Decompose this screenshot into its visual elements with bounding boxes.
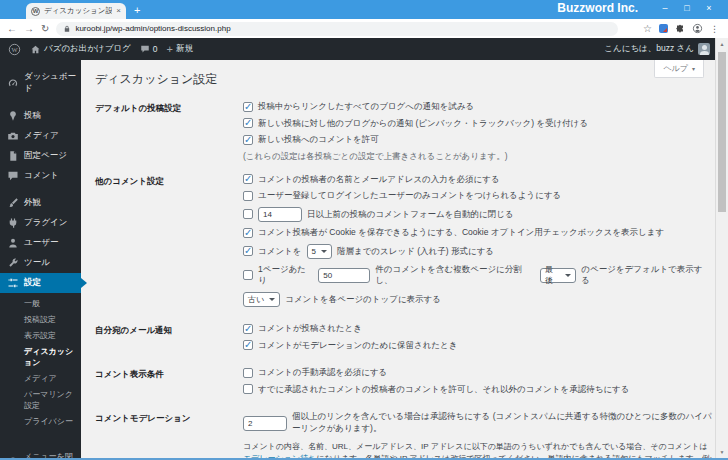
sidebar-item-tools[interactable]: ツール (0, 253, 81, 273)
option-notify-blogs: 投稿中からリンクしたすべてのブログへの通知を試みる (243, 101, 708, 112)
plug-icon (7, 217, 19, 229)
settings-submenu: 一般 投稿設定 表示設定 ディスカッション メディア パーマリンク設定 プライバ… (0, 293, 81, 433)
option-label: ユーザー登録してログインしたユーザーのみコメントをつけられるようにする (258, 190, 561, 201)
menu-dots-icon[interactable]: ⋮ (710, 24, 719, 34)
scrollbar-thumb[interactable] (718, 52, 726, 212)
checkbox[interactable] (243, 228, 253, 238)
submenu-item-discussion[interactable]: ディスカッション (0, 343, 81, 370)
scroll-down-icon[interactable]: ▼ (716, 446, 728, 458)
sidebar-item-label: ダッシュボード (24, 71, 77, 95)
checkbox[interactable] (243, 340, 253, 350)
wordpress-logo-icon[interactable]: W (8, 43, 21, 56)
sidebar-item-posts[interactable]: 投稿 (0, 106, 81, 126)
svg-text:W: W (11, 45, 18, 52)
extension-icon[interactable] (659, 24, 668, 33)
browser-tab[interactable]: W ディスカッション設定 ‹ バズのお出かけ × (26, 3, 126, 19)
sidebar-item-appearance[interactable]: 外観 (0, 193, 81, 213)
close-comments-days-input[interactable] (258, 207, 302, 222)
moderation-queue-link[interactable]: モデレーション待ち (243, 454, 316, 458)
submenu-item-writing[interactable]: 投稿設定 (0, 311, 81, 327)
comment-bubble-icon (140, 44, 150, 54)
lock-icon (63, 25, 71, 33)
option-label: 件のコメントを含む複数ページに分割し、 (375, 264, 535, 286)
scroll-up-icon[interactable]: ▲ (716, 38, 728, 50)
option-label: のページをデフォルトで表示する (581, 264, 708, 286)
option-label: 投稿中からリンクしたすべてのブログへの通知を試みる (258, 101, 474, 112)
maximize-button[interactable]: □ (676, 0, 698, 17)
address-bar[interactable]: kuroobi.jp/wp-admin/options-discussion.p… (56, 22, 618, 36)
admin-bar-account[interactable]: こんにちは、buzz さん (604, 43, 710, 55)
section-email-me: 自分宛のメール通知 コメントが投稿されたとき コメントがモデレーションのために保… (95, 323, 708, 356)
profile-icon[interactable] (692, 23, 703, 34)
sidebar-item-users[interactable]: ユーザー (0, 233, 81, 253)
tab-close-icon[interactable]: × (116, 7, 121, 15)
thread-depth-select[interactable]: 5 (307, 244, 332, 259)
checkbox[interactable] (243, 191, 253, 201)
wp-admin-bar: W バズのお出かけブログ 0 + 新規 こんにちは、buzz さん (0, 38, 728, 60)
document-icon (7, 150, 19, 162)
admin-bar-site-link[interactable]: バズのお出かけブログ (30, 43, 131, 55)
comments-per-page-input[interactable] (318, 268, 370, 283)
forward-icon[interactable]: → (24, 24, 34, 34)
checkbox[interactable] (243, 174, 253, 184)
checkbox[interactable] (243, 135, 253, 145)
bookmark-star-icon[interactable]: ☆ (643, 23, 652, 34)
checkbox[interactable] (243, 368, 253, 378)
option-label: コメントの投稿者の名前とメールアドレスの入力を必須にする (258, 174, 500, 185)
moderation-description: コメントの内容、名前、URL、メールアドレス、IP アドレスに以下の単語のうちい… (243, 441, 713, 458)
submenu-item-media[interactable]: メディア (0, 370, 81, 386)
checkbox[interactable] (243, 270, 253, 280)
new-tab-button[interactable]: + (134, 3, 140, 17)
sidebar-item-comments[interactable]: コメント (0, 166, 81, 186)
option-label: 個以上のリンクを含んでいる場合は承認待ちにする (コメントスパムに共通する特徴の… (292, 411, 713, 435)
sidebar-item-dashboard[interactable]: ダッシュボード (0, 67, 81, 99)
sidebar-item-label: 外観 (24, 197, 41, 209)
admin-bar-new[interactable]: + 新規 (167, 43, 193, 55)
collapse-menu-button[interactable]: メニューを閉じる (0, 447, 81, 460)
comment-order-select[interactable]: 古い (243, 292, 280, 307)
checkbox[interactable] (243, 209, 253, 219)
section-label: 自分宛のメール通知 (95, 323, 243, 356)
sidebar-item-settings[interactable]: 設定 (0, 273, 81, 293)
page-scrollbar[interactable]: ▲ ▼ (715, 38, 728, 458)
option-label: 新しい投稿に対し他のブログからの通知 (ピンバック・トラックバック) を受け付け… (258, 118, 588, 129)
checkbox[interactable] (243, 324, 253, 334)
option-label: 新しい投稿へのコメントを許可 (258, 134, 379, 145)
submenu-item-general[interactable]: 一般 (0, 295, 81, 311)
checkbox[interactable] (243, 102, 253, 112)
checkbox[interactable] (243, 118, 253, 128)
help-button[interactable]: ヘルプ ▾ (654, 60, 704, 78)
comments-icon (7, 170, 19, 182)
max-links-input[interactable] (243, 416, 287, 431)
option-comment-order: 古い コメントを各ページのトップに表示する (243, 292, 708, 307)
submenu-item-reading[interactable]: 表示設定 (0, 327, 81, 343)
close-button[interactable]: × (698, 0, 720, 17)
sidebar-item-plugins[interactable]: プラグイン (0, 213, 81, 233)
option-allow-pingbacks: 新しい投稿に対し他のブログからの通知 (ピンバック・トラックバック) を受け付け… (243, 118, 708, 129)
submenu-item-privacy[interactable]: プライバシー (0, 413, 81, 429)
checkbox[interactable] (243, 246, 253, 256)
browser-titlebar: W ディスカッション設定 ‹ バズのお出かけ × + Buzzword Inc.… (0, 0, 728, 19)
moderation-text: コメントの内容、名前、URL、メールアドレス、IP アドレスに以下の単語のうちい… (243, 442, 708, 451)
checkbox[interactable] (243, 384, 253, 394)
option-paginate-comments: 1ページあたり 件のコメントを含む複数ページに分割し、 最後 のページをデフォル… (243, 264, 708, 286)
option-email-moderation: コメントがモデレーションのために保留されたとき (243, 340, 708, 351)
home-icon (30, 44, 41, 55)
extensions-puzzle-icon[interactable] (675, 24, 685, 34)
reload-icon[interactable]: ↻ (41, 24, 49, 34)
pin-icon (7, 110, 19, 122)
minimize-button[interactable]: – (654, 0, 676, 17)
submenu-item-permalinks[interactable]: パーマリンク設定 (0, 386, 81, 413)
page-title: ディスカッション設定 (95, 71, 708, 88)
site-name: バズのお出かけブログ (44, 43, 131, 55)
section-before-display: コメント表示条件 コメントの手動承認を必須にする すでに承認されたコメントの投稿… (95, 367, 708, 400)
help-label: ヘルプ (663, 63, 688, 74)
option-require-name-email: コメントの投稿者の名前とメールアドレスの入力を必須にする (243, 174, 708, 185)
collapse-arrow-icon (7, 456, 19, 460)
default-page-select[interactable]: 最後 (540, 268, 576, 283)
window-title: Buzzword Inc. (557, 1, 638, 15)
admin-bar-comments[interactable]: 0 (140, 44, 158, 54)
sidebar-item-pages[interactable]: 固定ページ (0, 146, 81, 166)
back-icon[interactable]: ← (7, 24, 17, 34)
sidebar-item-media[interactable]: メディア (0, 126, 81, 146)
